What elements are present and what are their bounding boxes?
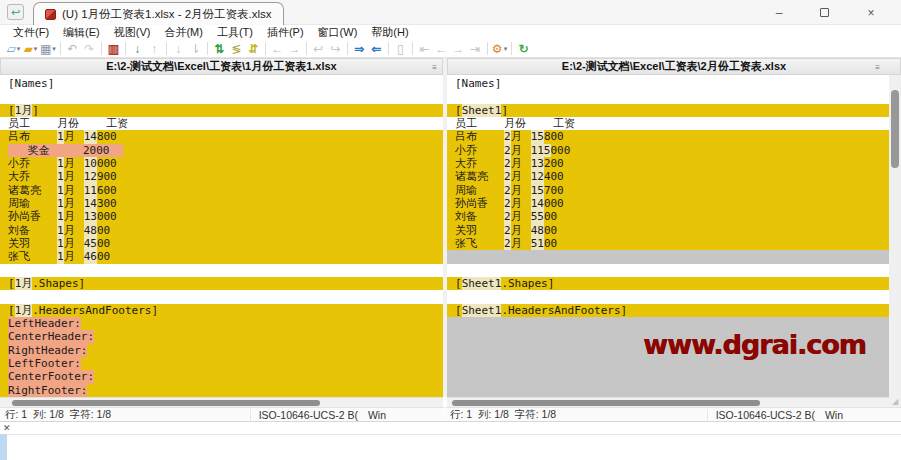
menu-item-view[interactable]: 视图(V): [107, 25, 158, 40]
diff-line[interactable]: LeftHeader:: [0, 317, 443, 330]
diff-line[interactable]: [0, 264, 443, 277]
diff-line[interactable]: 大乔2月13200: [447, 157, 889, 170]
diff-line[interactable]: LeftFooter:: [0, 357, 443, 370]
plugin-button[interactable]: ⚙▾: [492, 41, 507, 57]
diff-line[interactable]: CenterFooter:: [0, 370, 443, 383]
pane-menu-icon-left[interactable]: ≡: [432, 63, 437, 72]
diff-editor-left[interactable]: [Names][1月]员工月份工资吕布1月14800 奖金2000 小乔1月10…: [0, 75, 443, 397]
horizontal-scrollbar-left[interactable]: [0, 397, 443, 407]
diff-line[interactable]: [1月]: [0, 104, 443, 117]
diff-line[interactable]: 员工月份工资: [447, 117, 889, 130]
diff-line[interactable]: 小乔1月10000: [0, 157, 443, 170]
menu-item-help[interactable]: 帮助(H): [364, 25, 415, 40]
diff-line[interactable]: [1月.HeadersAndFooters]: [0, 304, 443, 317]
prev-file-button[interactable]: ←: [434, 41, 449, 57]
diff-line[interactable]: 大乔1月12900: [0, 170, 443, 183]
refresh-button[interactable]: ↻: [516, 41, 531, 57]
pane-close-icon[interactable]: ✕: [3, 423, 11, 433]
app-icon[interactable]: ↩: [7, 4, 24, 20]
diff-line[interactable]: 张飞1月4600: [0, 250, 443, 263]
undo-button[interactable]: ↶: [65, 41, 80, 57]
diff-line[interactable]: [1月.Shapes]: [0, 277, 443, 290]
diff-line[interactable]: CenterHeader:: [0, 330, 443, 343]
select-diff-button[interactable]: ⇅: [212, 41, 227, 57]
diff-line[interactable]: [447, 90, 889, 103]
first-file-button[interactable]: ⇤: [417, 41, 432, 57]
diff-line[interactable]: 刘备2月5500: [447, 210, 889, 223]
diff-line[interactable]: RightFooter:: [0, 384, 443, 397]
diff-line[interactable]: 诸葛亮2月12400: [447, 170, 889, 183]
dropdown-arrow-icon[interactable]: ▾: [504, 41, 508, 57]
pane-menu-icon-right[interactable]: ≡: [875, 63, 880, 72]
diff-line[interactable]: [Sheet1]: [447, 104, 889, 117]
next-diff-button[interactable]: ↓: [130, 41, 145, 57]
diff-line[interactable]: 员工月份工资: [0, 117, 443, 130]
dropdown-arrow-icon[interactable]: ▾: [34, 41, 38, 57]
prev-diff-button[interactable]: ↑: [147, 41, 162, 57]
left-arrow-button[interactable]: ←: [270, 41, 285, 57]
menu-item-tools[interactable]: 工具(T): [210, 25, 260, 40]
diff-line[interactable]: 刘备1月4800: [0, 224, 443, 237]
diff-line[interactable]: 孙尚香2月14000: [447, 197, 889, 210]
diff-line[interactable]: 奖金2000: [0, 144, 443, 157]
new-file-button[interactable]: ▱▾: [6, 41, 21, 57]
diff-line[interactable]: 关羽2月4800: [447, 224, 889, 237]
diff-detail-pane[interactable]: ✕: [0, 421, 901, 460]
copy-right-button[interactable]: ⇒: [352, 41, 367, 57]
maximize-button[interactable]: [802, 0, 846, 25]
document-tab[interactable]: (U) 1月份工资表1.xlsx - 2月份工资表.xlsx: [33, 2, 284, 25]
diff-line[interactable]: [0, 90, 443, 103]
options-button[interactable]: ▥: [106, 41, 121, 57]
diff-line[interactable]: [0, 290, 443, 303]
diff-line[interactable]: [Names]: [447, 77, 889, 90]
compare-sel-button[interactable]: ⇵: [246, 41, 261, 57]
menu-item-merge[interactable]: 合并(M): [157, 25, 210, 40]
last-file-button[interactable]: ⇥: [468, 41, 483, 57]
menu-item-window[interactable]: 窗口(W): [311, 25, 365, 40]
pane-header-left[interactable]: E:\2-测试文档\Excel\工资表\1月份工资表1.xlsx ≡: [0, 58, 443, 75]
minimize-button[interactable]: –: [757, 0, 801, 25]
diff-line[interactable]: RightHeader:: [0, 344, 443, 357]
diff-line[interactable]: 小乔2月115000: [447, 144, 889, 157]
close-button[interactable]: ×: [849, 0, 893, 25]
file-nav-button[interactable]: ▯: [393, 41, 408, 57]
diff-line[interactable]: 关羽1月4500: [0, 237, 443, 250]
horizontal-scrollbar-thumb-left[interactable]: [12, 400, 320, 406]
next-file-button[interactable]: →: [451, 41, 466, 57]
diff-line[interactable]: 张飞2月5100: [447, 237, 889, 250]
redo-merge-button[interactable]: ↪: [328, 41, 343, 57]
diff-line[interactable]: 诸葛亮1月11600: [0, 184, 443, 197]
dropdown-arrow-icon[interactable]: ▾: [52, 41, 56, 57]
menu-item-file[interactable]: 文件(F): [6, 25, 56, 40]
diff-line[interactable]: 吕布1月14800: [0, 130, 443, 143]
diff-line[interactable]: [447, 384, 889, 397]
diff-line[interactable]: [Sheet1.HeadersAndFooters]: [447, 304, 889, 317]
diff-line[interactable]: [447, 370, 889, 383]
menu-item-edit[interactable]: 编辑(E): [56, 25, 107, 40]
open-button[interactable]: ▰▾: [23, 41, 38, 57]
pane-header-right[interactable]: E:\2-测试文档\Excel\工资表\2月份工资表.xlsx ≡: [447, 58, 901, 75]
redo-button[interactable]: ↷: [82, 41, 97, 57]
undo-merge-button[interactable]: ↩: [311, 41, 326, 57]
select-line-diff-button[interactable]: ≶: [229, 41, 244, 57]
save-button[interactable]: ▦▾: [40, 41, 56, 57]
horizontal-scrollbar-thumb-right[interactable]: [452, 400, 760, 406]
vertical-scrollbar[interactable]: [889, 75, 901, 407]
diff-line[interactable]: 吕布2月15800: [447, 130, 889, 143]
diff-down-button[interactable]: ↓: [171, 41, 186, 57]
horizontal-scrollbar-right[interactable]: [447, 397, 889, 407]
diff-line[interactable]: 周瑜1月14300: [0, 197, 443, 210]
vertical-scrollbar-thumb[interactable]: [891, 90, 899, 168]
diff-line[interactable]: [Sheet1.Shapes]: [447, 277, 889, 290]
copy-left-button[interactable]: ⇐: [369, 41, 384, 57]
diff-line[interactable]: 孙尚香1月13000: [0, 210, 443, 223]
diff-line[interactable]: [447, 250, 889, 263]
dropdown-arrow-icon[interactable]: ▾: [17, 41, 21, 57]
diff-line[interactable]: [Names]: [0, 77, 443, 90]
diff-down-alt-button[interactable]: ⇂: [188, 41, 203, 57]
diff-line[interactable]: 周瑜2月15700: [447, 184, 889, 197]
right-arrow-button[interactable]: →: [287, 41, 302, 57]
diff-line[interactable]: [447, 264, 889, 277]
diff-line[interactable]: [447, 290, 889, 303]
menu-item-plugins[interactable]: 插件(P): [260, 25, 311, 40]
